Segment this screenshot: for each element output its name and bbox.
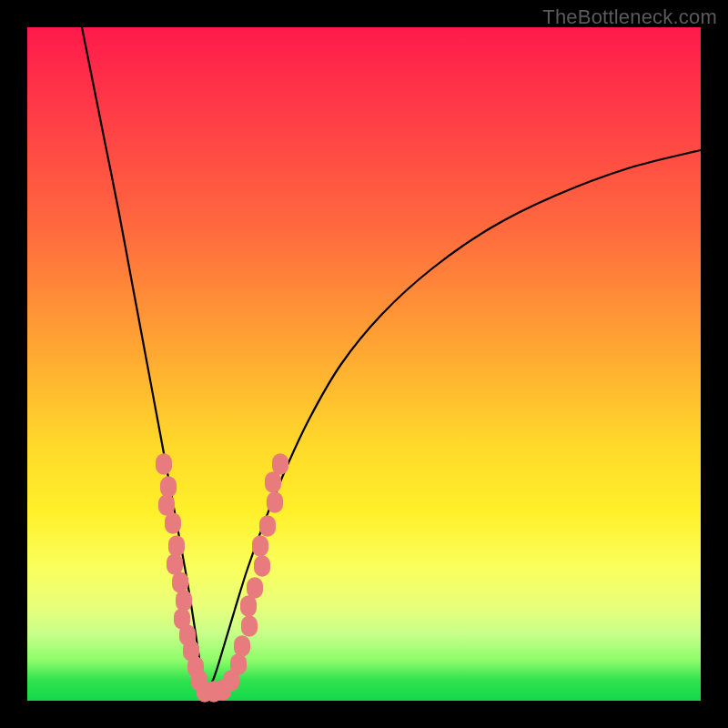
bead-marker — [156, 453, 172, 474]
curve-layer — [27, 27, 701, 701]
bead-marker — [241, 615, 258, 636]
bead-group — [156, 453, 288, 702]
bead-marker — [247, 577, 263, 598]
bead-marker — [234, 635, 250, 656]
bead-marker — [240, 595, 257, 616]
bead-marker — [267, 491, 283, 512]
bead-marker — [158, 494, 175, 515]
bead-marker — [272, 453, 288, 474]
watermark-label: TheBottleneck.com — [542, 5, 717, 29]
bead-marker — [265, 471, 281, 492]
bead-marker — [259, 515, 276, 536]
bead-marker — [230, 653, 247, 674]
bead-marker — [254, 555, 270, 576]
bead-marker — [167, 553, 183, 574]
curve-right-arm — [205, 150, 701, 696]
bead-marker — [176, 590, 192, 611]
bead-marker — [252, 535, 268, 556]
bead-marker — [172, 571, 188, 592]
chart-frame: TheBottleneck.com — [0, 0, 728, 728]
plot-area — [27, 27, 701, 701]
bead-marker — [168, 535, 185, 556]
bead-marker — [160, 476, 177, 497]
bead-marker — [165, 512, 181, 533]
